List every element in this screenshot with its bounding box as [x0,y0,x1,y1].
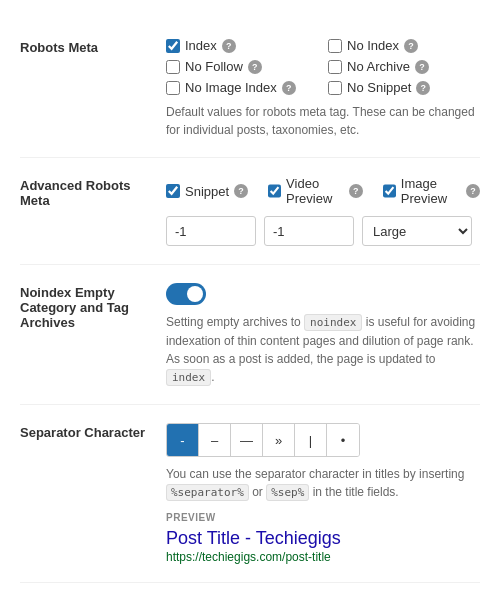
toggle-thumb [187,286,203,302]
checkbox-videopreview: Video Preview ? [268,176,363,206]
noindex-desc1: Setting empty archives to [166,315,304,329]
snippet-label: Snippet [185,184,229,199]
noindex-code2: index [166,369,211,386]
robots-meta-description: Default values for robots meta tag. Thes… [166,103,480,139]
robots-meta-row: Robots Meta Index ? No Index ? No Follow… [20,20,480,158]
noindex-toggle[interactable] [166,283,206,305]
preview-title[interactable]: Post Title - Techiegigs [166,527,480,550]
sep-emdash[interactable]: — [231,424,263,456]
checkbox-snippet: Snippet ? [166,176,248,206]
advanced-robots-meta-row: Advanced Robots Meta Snippet ? Video Pre… [20,158,480,265]
sep-desc2: or [249,485,266,499]
toggle-row [166,283,480,305]
nofollow-checkbox[interactable] [166,60,180,74]
sep-code2: %sep% [266,484,309,501]
checkbox-noimageindex: No Image Index ? [166,80,318,95]
advanced-robots-meta-content: Snippet ? Video Preview ? Image Preview … [166,176,480,246]
checkbox-imagepreview: Image Preview ? [383,176,480,206]
separator-character-row: Separator Character - – — » | • You can … [20,405,480,583]
checkbox-noindex: No Index ? [328,38,480,53]
videopreview-help-icon[interactable]: ? [349,184,363,198]
noindex-empty-row: Noindex Empty Category and Tag Archives … [20,265,480,405]
separator-character-content: - – — » | • You can use the separator ch… [166,423,480,564]
snippet-input[interactable] [166,216,256,246]
imagepreview-help-icon[interactable]: ? [466,184,480,198]
videopreview-checkbox[interactable] [268,184,281,198]
checkbox-nofollow: No Follow ? [166,59,318,74]
noarchive-checkbox[interactable] [328,60,342,74]
noindex-code1: noindex [304,314,362,331]
videopreview-label: Video Preview [286,176,344,206]
index-label: Index [185,38,217,53]
robots-meta-content: Index ? No Index ? No Follow ? No Archiv… [166,38,480,139]
nofollow-label: No Follow [185,59,243,74]
noimageindex-help-icon[interactable]: ? [282,81,296,95]
videopreview-input[interactable] [264,216,354,246]
nofollow-help-icon[interactable]: ? [248,60,262,74]
sep-pipe[interactable]: | [295,424,327,456]
nosnippet-checkbox[interactable] [328,81,342,95]
separator-grid: - – — » | • [166,423,360,457]
advanced-robots-meta-label: Advanced Robots Meta [20,176,150,246]
robots-meta-checkbox-grid: Index ? No Index ? No Follow ? No Archiv… [166,38,480,95]
imagepreview-label: Image Preview [401,176,461,206]
separator-character-label: Separator Character [20,423,150,564]
noindex-empty-content: Setting empty archives to noindex is use… [166,283,480,386]
noindex-desc3: . [211,370,214,384]
sep-code1: %separator% [166,484,249,501]
imagepreview-checkbox[interactable] [383,184,396,198]
snippet-checkbox[interactable] [166,184,180,198]
index-help-icon[interactable]: ? [222,39,236,53]
imagepreview-select[interactable]: Large None Standard [362,216,472,246]
checkbox-index: Index ? [166,38,318,53]
adv-checkboxes: Snippet ? Video Preview ? Image Preview … [166,176,480,206]
robots-meta-label: Robots Meta [20,38,150,139]
nosnippet-help-icon[interactable]: ? [416,81,430,95]
sep-endash[interactable]: – [199,424,231,456]
noindex-help-icon[interactable]: ? [404,39,418,53]
noindex-label: No Index [347,38,399,53]
sep-raquo[interactable]: » [263,424,295,456]
checkbox-nosnippet: No Snippet ? [328,80,480,95]
noimageindex-checkbox[interactable] [166,81,180,95]
sep-dash[interactable]: - [167,424,199,456]
toggle-track [166,283,206,305]
snippet-help-icon[interactable]: ? [234,184,248,198]
noarchive-help-icon[interactable]: ? [415,60,429,74]
preview-label: PREVIEW [166,512,480,523]
noimageindex-label: No Image Index [185,80,277,95]
nosnippet-label: No Snippet [347,80,411,95]
sep-desc3: in the title fields. [309,485,398,499]
noarchive-label: No Archive [347,59,410,74]
noindex-empty-label: Noindex Empty Category and Tag Archives [20,283,150,386]
preview-url: https://techiegigs.com/post-title [166,550,480,564]
sep-desc1: You can use the separator character in t… [166,467,464,481]
noindex-checkbox[interactable] [328,39,342,53]
index-checkbox[interactable] [166,39,180,53]
adv-inputs-row: Large None Standard [166,216,480,246]
sep-bullet[interactable]: • [327,424,359,456]
noindex-empty-description: Setting empty archives to noindex is use… [166,313,480,386]
separator-description: You can use the separator character in t… [166,465,480,502]
checkbox-noarchive: No Archive ? [328,59,480,74]
